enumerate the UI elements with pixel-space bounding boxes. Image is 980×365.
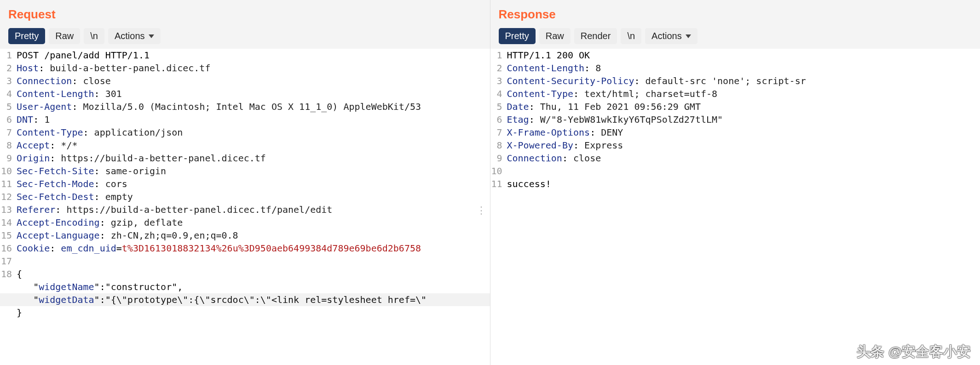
code-line[interactable]: "widgetName":"constructor",: [0, 280, 490, 293]
line-number: 9: [490, 152, 507, 165]
code-line[interactable]: 10Sec-Fetch-Site: same-origin: [0, 165, 490, 177]
line-number: 5: [490, 100, 507, 113]
code-line[interactable]: }: [0, 306, 490, 319]
response-tab-newline[interactable]: \n: [621, 28, 641, 44]
code-line[interactable]: 6Etag: W/"8-YebW81wkIkyY6TqPSolZd27tlLM": [490, 113, 980, 126]
code-line[interactable]: 1HTTP/1.1 200 OK: [490, 49, 980, 62]
request-title: Request: [8, 7, 482, 22]
code-content: User-Agent: Mozilla/5.0 (Macintosh; Inte…: [17, 100, 490, 113]
code-content: Accept-Language: zh-CN,zh;q=0.9,en;q=0.8: [17, 229, 490, 242]
code-line[interactable]: 11Sec-Fetch-Mode: cors: [0, 177, 490, 190]
code-content: Connection: close: [17, 74, 490, 87]
code-content: [17, 255, 490, 268]
code-line[interactable]: 7X-Frame-Options: DENY: [490, 126, 980, 139]
response-tab-render[interactable]: Render: [574, 28, 617, 44]
line-number: 7: [0, 126, 17, 139]
code-content: Accept-Encoding: gzip, deflate: [17, 216, 490, 229]
code-content: POST /panel/add HTTP/1.1: [17, 49, 490, 62]
chevron-down-icon: [686, 34, 691, 38]
request-header: Request Pretty Raw \n Actions: [0, 0, 490, 49]
code-content: HTTP/1.1 200 OK: [507, 49, 980, 62]
code-line[interactable]: 3Connection: close: [0, 74, 490, 87]
line-number: 3: [0, 74, 17, 87]
line-number: 3: [490, 74, 507, 87]
line-number: 8: [490, 139, 507, 152]
code-content: "widgetData":"{\"prototype\":{\"srcdoc\"…: [17, 293, 490, 306]
response-tab-actions[interactable]: Actions: [645, 28, 698, 44]
response-panel: Response Pretty Raw Render \n Actions 1H…: [490, 0, 980, 365]
response-toolbar: Pretty Raw Render \n Actions: [499, 28, 972, 44]
more-icon[interactable]: ⋮: [476, 209, 486, 213]
line-number: 11: [0, 177, 17, 190]
code-line[interactable]: 6DNT: 1: [0, 113, 490, 126]
line-number: 9: [0, 152, 17, 165]
request-toolbar: Pretty Raw \n Actions: [8, 28, 482, 44]
line-number: 2: [490, 62, 507, 74]
request-tab-pretty[interactable]: Pretty: [8, 28, 45, 44]
code-line[interactable]: 8Accept: */*: [0, 139, 490, 152]
code-content: Sec-Fetch-Mode: cors: [17, 177, 490, 190]
response-header: Response Pretty Raw Render \n Actions: [490, 0, 980, 49]
code-line[interactable]: 14Accept-Encoding: gzip, deflate: [0, 216, 490, 229]
line-number: 15: [0, 229, 17, 242]
code-content: {: [17, 268, 490, 280]
code-content: Referer: https://build-a-better-panel.di…: [17, 203, 490, 216]
line-number: 8: [0, 139, 17, 152]
line-number: [0, 293, 17, 306]
code-line[interactable]: 10: [490, 165, 980, 177]
request-tab-actions[interactable]: Actions: [108, 28, 161, 44]
code-line[interactable]: 16Cookie: em_cdn_uid=t%3D1613018832134%2…: [0, 242, 490, 255]
code-line[interactable]: "widgetData":"{\"prototype\":{\"srcdoc\"…: [0, 293, 490, 306]
code-line[interactable]: 4Content-Length: 301: [0, 87, 490, 100]
chevron-down-icon: [149, 34, 154, 38]
code-line[interactable]: 7Content-Type: application/json: [0, 126, 490, 139]
code-line[interactable]: 1POST /panel/add HTTP/1.1: [0, 49, 490, 62]
code-content: Content-Security-Policy: default-src 'no…: [507, 74, 980, 87]
code-content: [507, 165, 980, 177]
code-line[interactable]: 13Referer: https://build-a-better-panel.…: [0, 203, 490, 216]
code-line[interactable]: 3Content-Security-Policy: default-src 'n…: [490, 74, 980, 87]
line-number: 5: [0, 100, 17, 113]
code-content: Host: build-a-better-panel.dicec.tf: [17, 62, 490, 74]
code-content: DNT: 1: [17, 113, 490, 126]
code-line[interactable]: 9Origin: https://build-a-better-panel.di…: [0, 152, 490, 165]
code-content: success!: [507, 177, 980, 190]
code-line[interactable]: 12Sec-Fetch-Dest: empty: [0, 190, 490, 203]
request-panel: Request Pretty Raw \n Actions ⋮ 1POST /p…: [0, 0, 490, 365]
response-tab-pretty[interactable]: Pretty: [499, 28, 536, 44]
code-line[interactable]: 2Content-Length: 8: [490, 62, 980, 74]
response-tab-raw[interactable]: Raw: [539, 28, 571, 44]
line-number: 18: [0, 268, 17, 280]
code-line[interactable]: 11success!: [490, 177, 980, 190]
line-number: 1: [0, 49, 17, 62]
code-content: Content-Type: application/json: [17, 126, 490, 139]
actions-label: Actions: [651, 31, 682, 41]
line-number: [0, 280, 17, 293]
code-content: "widgetName":"constructor",: [17, 280, 490, 293]
code-content: X-Frame-Options: DENY: [507, 126, 980, 139]
line-number: [0, 306, 17, 319]
line-number: 6: [0, 113, 17, 126]
response-editor[interactable]: 1HTTP/1.1 200 OK2Content-Length: 83Conte…: [490, 49, 980, 365]
code-line[interactable]: 5Date: Thu, 11 Feb 2021 09:56:29 GMT: [490, 100, 980, 113]
request-tab-newline[interactable]: \n: [84, 28, 104, 44]
line-number: 16: [0, 242, 17, 255]
request-tab-raw[interactable]: Raw: [49, 28, 80, 44]
code-line[interactable]: 17: [0, 255, 490, 268]
code-content: Etag: W/"8-YebW81wkIkyY6TqPSolZd27tlLM": [507, 113, 980, 126]
code-content: Connection: close: [507, 152, 980, 165]
actions-label: Actions: [115, 31, 145, 41]
code-line[interactable]: 5User-Agent: Mozilla/5.0 (Macintosh; Int…: [0, 100, 490, 113]
code-line[interactable]: 8X-Powered-By: Express: [490, 139, 980, 152]
code-line[interactable]: 9Connection: close: [490, 152, 980, 165]
code-line[interactable]: 15Accept-Language: zh-CN,zh;q=0.9,en;q=0…: [0, 229, 490, 242]
line-number: 14: [0, 216, 17, 229]
line-number: 10: [490, 165, 507, 177]
line-number: 2: [0, 62, 17, 74]
code-line[interactable]: 18{: [0, 268, 490, 280]
request-editor[interactable]: ⋮ 1POST /panel/add HTTP/1.12Host: build-…: [0, 49, 490, 365]
code-content: Cookie: em_cdn_uid=t%3D1613018832134%26u…: [17, 242, 490, 255]
code-line[interactable]: 4Content-Type: text/html; charset=utf-8: [490, 87, 980, 100]
code-content: Sec-Fetch-Site: same-origin: [17, 165, 490, 177]
code-line[interactable]: 2Host: build-a-better-panel.dicec.tf: [0, 62, 490, 74]
